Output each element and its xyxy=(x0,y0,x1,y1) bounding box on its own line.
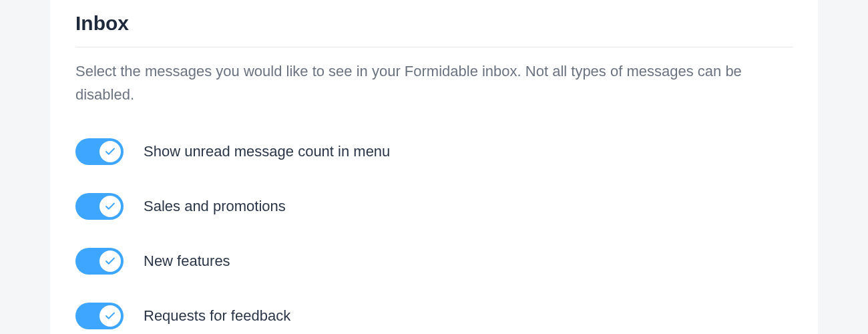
option-label: Requests for feedback xyxy=(144,307,290,325)
option-label: Show unread message count in menu xyxy=(144,143,390,160)
option-unread-count: Show unread message count in menu xyxy=(75,138,793,165)
toggle-knob xyxy=(99,141,121,162)
toggle-sales-promotions[interactable] xyxy=(75,193,124,220)
option-label: New features xyxy=(144,253,230,270)
section-title: Inbox xyxy=(75,0,793,47)
toggle-knob xyxy=(99,251,121,272)
toggle-requests-feedback[interactable] xyxy=(75,303,124,329)
toggle-knob xyxy=(99,196,121,217)
option-new-features: New features xyxy=(75,248,793,275)
toggle-unread-count[interactable] xyxy=(75,138,124,165)
section-description: Select the messages you would like to se… xyxy=(75,47,743,106)
check-icon xyxy=(104,255,116,267)
option-label: Sales and promotions xyxy=(144,198,286,215)
option-sales-promotions: Sales and promotions xyxy=(75,193,793,220)
option-requests-feedback: Requests for feedback xyxy=(75,303,793,329)
toggle-knob xyxy=(99,305,121,327)
toggle-new-features[interactable] xyxy=(75,248,124,275)
check-icon xyxy=(104,310,116,322)
settings-panel: Inbox Select the messages you would like… xyxy=(50,0,818,334)
check-icon xyxy=(104,200,116,212)
options-list: Show unread message count in menu Sales … xyxy=(75,138,793,329)
check-icon xyxy=(104,146,116,158)
